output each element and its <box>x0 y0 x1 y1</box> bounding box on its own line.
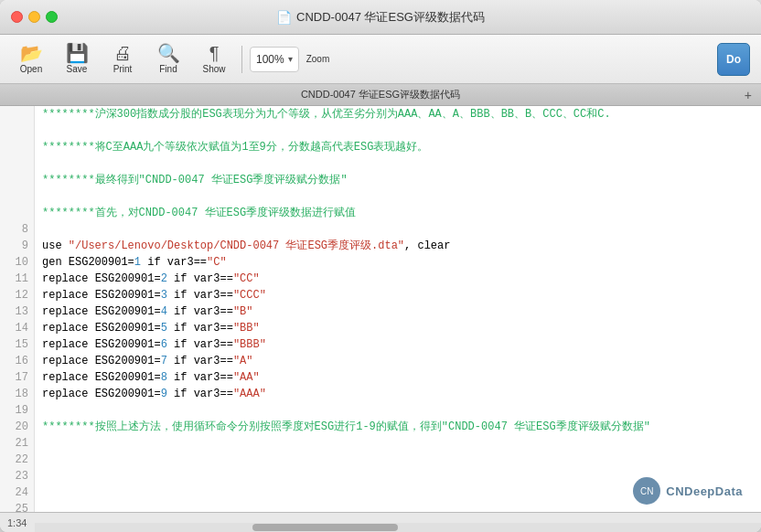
watermark-logo-text: CN <box>640 486 653 496</box>
code-line <box>35 188 761 205</box>
code-line: ********沪深300指数成分股的ESG表现分为九个等级，从优至劣分别为AA… <box>35 106 761 122</box>
code-line: replace ESG200901=3 if var3=="CCC" <box>35 287 761 303</box>
line-number: 23 <box>0 468 34 484</box>
do-button[interactable]: Do <box>717 43 750 76</box>
line-number: 18 <box>0 386 34 402</box>
code-line: use "/Users/Lenovo/Desktop/CNDD-0047 华证E… <box>35 238 761 254</box>
code-line: ********首先，对CNDD-0047 华证ESG季度评级数据进行赋值 <box>35 205 761 221</box>
line-number: 21 <box>0 435 34 452</box>
new-tab-button[interactable]: + <box>745 88 752 102</box>
line-number: 19 <box>0 402 34 419</box>
line-numbers: 8910111213141516171819202122232425262728… <box>0 106 35 512</box>
code-line: replace ESG200901=5 if var3=="BB" <box>35 320 761 336</box>
show-button[interactable]: ¶ Show <box>194 39 234 80</box>
line-number <box>0 139 34 155</box>
code-line: ********最终得到"CNDD-0047 华证ESG季度评级赋分数据" <box>35 172 761 188</box>
line-number: 25 <box>0 501 34 512</box>
code-line: replace ESG200901=8 if var3=="AA" <box>35 369 761 386</box>
window-title: CNDD-0047 华证ESG评级数据代码 <box>296 9 485 26</box>
comment-text: ********按照上述方法，使用循环命令分别按照季度对ESG进行1-9的赋值，… <box>42 420 650 433</box>
line-number: 17 <box>0 369 34 386</box>
code-line <box>35 155 761 172</box>
minimize-button[interactable] <box>28 11 40 23</box>
line-number: 8 <box>0 221 34 238</box>
string-val: "/Users/Lenovo/Desktop/CNDD-0047 华证ESG季度… <box>69 239 404 252</box>
line-number: 20 <box>0 419 34 435</box>
horizontal-scrollbar[interactable] <box>35 523 761 532</box>
zoom-label: Zoom <box>306 54 330 64</box>
comment-text: ********首先，对CNDD-0047 华证ESG季度评级数据进行赋值 <box>42 207 356 219</box>
line-number: 22 <box>0 452 34 468</box>
code-line <box>35 452 761 468</box>
comment-text: ********最终得到"CNDD-0047 华证ESG季度评级赋分数据" <box>42 174 348 186</box>
tab-bar: CNDD-0047 华证ESG评级数据代码 + <box>0 84 761 106</box>
code-line: replace ESG200901=9 if var3=="AAA" <box>35 386 761 402</box>
line-number <box>0 122 34 139</box>
zoom-arrow-icon: ▾ <box>288 54 293 64</box>
title-bar: 📄 CNDD-0047 华证ESG评级数据代码 <box>0 0 761 35</box>
toolbar: 📂 Open 💾 Save 🖨 Print 🔍 Find ¶ Show 100%… <box>0 35 761 84</box>
code-line <box>35 122 761 139</box>
save-icon: 💾 <box>66 44 89 62</box>
keyword: use <box>42 239 69 252</box>
code-line <box>35 221 761 238</box>
find-icon: 🔍 <box>157 44 180 62</box>
code-line <box>35 435 761 452</box>
open-button[interactable]: 📂 Open <box>11 39 51 80</box>
zoom-control[interactable]: 100% ▾ <box>250 47 299 72</box>
code-line: gen ESG200901=1 if var3=="C" <box>35 254 761 271</box>
watermark: CN CNDeepData <box>633 477 743 505</box>
maximize-button[interactable] <box>46 11 58 23</box>
code-line: replace ESG200901=4 if var3=="B" <box>35 303 761 320</box>
code-area[interactable]: ********沪深300指数成分股的ESG表现分为九个等级，从优至劣分别为AA… <box>35 106 761 512</box>
main-window: 📄 CNDD-0047 华证ESG评级数据代码 📂 Open 💾 Save 🖨 … <box>0 0 761 532</box>
cursor-position: 1:34 <box>7 517 27 528</box>
close-button[interactable] <box>11 11 23 23</box>
line-number: 9 <box>0 238 34 254</box>
line-number: 15 <box>0 336 34 353</box>
status-bar: 1:34 <box>0 512 761 532</box>
line-number <box>0 172 34 188</box>
code-line: replace ESG200901=7 if var3=="A" <box>35 353 761 369</box>
toolbar-separator <box>241 46 242 73</box>
show-icon: ¶ <box>209 44 220 62</box>
line-number <box>0 188 34 205</box>
line-number: 14 <box>0 320 34 336</box>
scrollbar-thumb[interactable] <box>252 524 398 531</box>
zoom-value: 100% <box>256 53 284 66</box>
find-button[interactable]: 🔍 Find <box>148 39 188 80</box>
window-title-area: 📄 CNDD-0047 华证ESG评级数据代码 <box>276 9 485 26</box>
line-number: 13 <box>0 303 34 320</box>
tab-bar-wrapper: CNDD-0047 华证ESG评级数据代码 + <box>0 88 761 101</box>
line-number: 11 <box>0 271 34 287</box>
code-line: ********将C至AAA九个等级依次赋值为1至9分，分数越高代表ESG表现越… <box>35 139 761 155</box>
code-line <box>35 402 761 419</box>
line-number: 12 <box>0 287 34 303</box>
line-number: 16 <box>0 353 34 369</box>
print-icon: 🖨 <box>113 44 132 62</box>
watermark-label: CNDeepData <box>666 484 743 498</box>
active-tab[interactable]: CNDD-0047 华证ESG评级数据代码 <box>301 88 460 101</box>
editor-area: 8910111213141516171819202122232425262728… <box>0 106 761 512</box>
code-line: replace ESG200901=6 if var3=="BBB" <box>35 336 761 353</box>
clear-keyword: clear <box>417 239 450 252</box>
traffic-lights <box>11 11 58 23</box>
line-number: 24 <box>0 484 34 501</box>
open-icon: 📂 <box>20 44 43 62</box>
comment-text: ********沪深300指数成分股的ESG表现分为九个等级，从优至劣分别为AA… <box>42 108 611 121</box>
toolbar-right: Do <box>717 43 750 76</box>
print-button[interactable]: 🖨 Print <box>102 39 143 80</box>
line-number: 10 <box>0 254 34 271</box>
document-icon: 📄 <box>276 10 292 25</box>
save-button[interactable]: 💾 Save <box>57 39 97 80</box>
comment-text: ********将C至AAA九个等级依次赋值为1至9分，分数越高代表ESG表现越… <box>42 141 428 154</box>
line-number <box>0 106 34 122</box>
line-number <box>0 205 34 221</box>
code-line: replace ESG200901=2 if var3=="CC" <box>35 271 761 287</box>
line-number <box>0 155 34 172</box>
code-line: ********按照上述方法，使用循环命令分别按照季度对ESG进行1-9的赋值，… <box>35 419 761 435</box>
watermark-logo: CN <box>633 477 660 505</box>
